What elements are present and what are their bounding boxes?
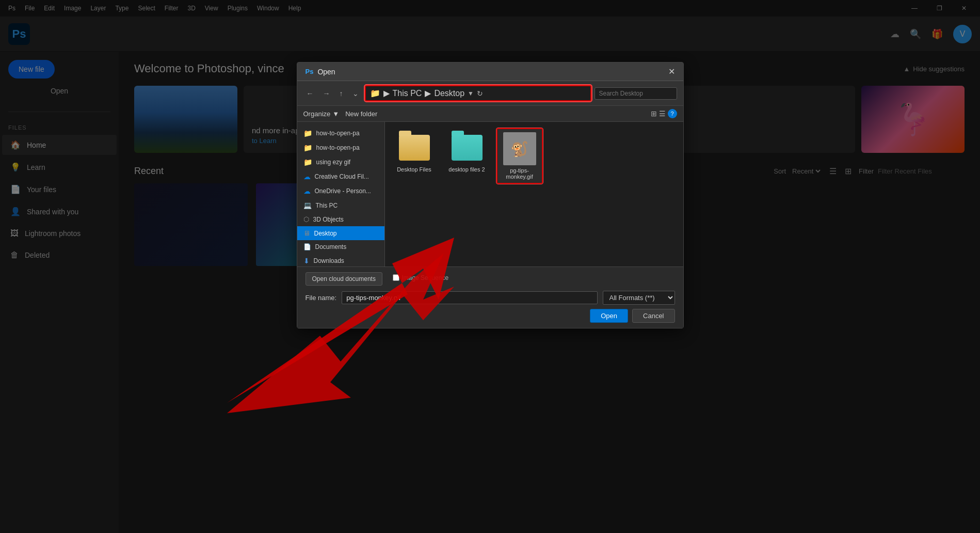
ds-item-3dobjects[interactable]: ⬡ 3D Objects	[297, 212, 384, 226]
image-sequence-label: Image Sequence	[401, 274, 448, 281]
nav-refresh-button[interactable]: ↻	[477, 89, 483, 98]
dialog-title-left: Ps Open	[306, 68, 335, 76]
open-dialog: Ps Open ✕ ← → ↑ ⌄ 📁 ▶ This PC ▶ Desktop …	[297, 62, 684, 328]
creative-cloud-icon: ☁	[303, 173, 311, 181]
dialog-titlebar: Ps Open ✕	[297, 62, 683, 81]
open-file-button[interactable]: Open	[590, 309, 628, 323]
ds-item-documents[interactable]: 📄 Documents	[297, 240, 384, 254]
ds-label-onedrive: OneDrive - Person...	[315, 187, 371, 195]
organize-chevron-icon: ▼	[332, 110, 339, 118]
view-list-button[interactable]: ☰	[659, 109, 666, 118]
footer-buttons: Open Cancel	[306, 309, 675, 323]
nav-desktop: Desktop	[434, 89, 464, 98]
ds-item-thispc[interactable]: 💻 This PC	[297, 198, 384, 212]
ds-label-cc: Creative Cloud Fil...	[315, 173, 369, 180]
file-name-input[interactable]	[342, 291, 597, 304]
thispc-icon: 💻	[303, 201, 312, 209]
ds-label-desktop: Desktop	[314, 230, 337, 237]
view-large-icons-button[interactable]: ⊞	[651, 109, 657, 118]
3dobjects-icon: ⬡	[303, 215, 309, 223]
file-name-label: File name:	[306, 294, 337, 302]
desktop-icon: 🖥	[303, 229, 310, 237]
file-name-row: File name: All Formats (**)	[306, 291, 675, 305]
ds-label-documents: Documents	[315, 243, 347, 250]
onedrive-icon: ☁	[303, 187, 311, 195]
ds-label-downloads: Downloads	[314, 257, 344, 264]
teal-folder-icon	[452, 135, 483, 161]
file-item-monkey-gif[interactable]: 🐒 pg-tips-monkey.gif	[496, 128, 543, 184]
cancel-button[interactable]: Cancel	[632, 309, 674, 323]
dialog-ps-icon: Ps	[306, 68, 314, 75]
file-item-desktop-files[interactable]: Desktop Files	[391, 128, 438, 176]
new-folder-button[interactable]: New folder	[345, 110, 377, 118]
file-thumb-monkey-gif: 🐒	[503, 132, 536, 165]
downloads-icon: ⬇	[303, 257, 310, 265]
dialog-body: 📁 how-to-open-pa 📁 how-to-open-pa 📁 usin…	[297, 122, 683, 266]
open-cloud-row: Open cloud documents Image Sequence	[306, 272, 675, 286]
file-item-desktop-files-2[interactable]: desktop files 2	[444, 128, 490, 176]
dialog-footer: Open cloud documents Image Sequence File…	[297, 266, 683, 328]
nav-this-pc: This PC	[393, 89, 422, 98]
file-name-desktop-files: Desktop Files	[397, 166, 431, 173]
ds-item-ezygif[interactable]: 📁 using ezy gif	[297, 155, 384, 169]
nav-path-dropdown-icon[interactable]: ▼	[468, 90, 474, 97]
folder-icon-1: 📁	[303, 129, 312, 137]
ds-item-downloads[interactable]: ⬇ Downloads	[297, 254, 384, 266]
documents-icon: 📄	[303, 243, 311, 250]
file-name-monkey-gif: pg-tips-monkey.gif	[501, 167, 539, 180]
image-sequence-checkbox[interactable]	[393, 274, 399, 281]
ds-label-howto2: how-to-open-pa	[316, 144, 360, 151]
ds-item-howto2[interactable]: 📁 how-to-open-pa	[297, 140, 384, 155]
dialog-files: Desktop Files desktop files 2 🐒 pg-tips-…	[385, 122, 683, 266]
nav-path-box[interactable]: 📁 ▶ This PC ▶ Desktop ▼ ↻	[365, 85, 591, 101]
format-dropdown[interactable]: All Formats (**)	[603, 291, 675, 305]
ds-label-3dobjects: 3D Objects	[313, 216, 344, 223]
ds-item-howto1[interactable]: 📁 how-to-open-pa	[297, 126, 384, 140]
file-thumb-desktop-files	[398, 131, 431, 164]
ds-item-desktop[interactable]: 🖥 Desktop	[297, 226, 384, 240]
nav-back-button[interactable]: ←	[303, 88, 317, 99]
monkey-gif-preview: 🐒	[503, 132, 536, 165]
dialog-sidebar: 📁 how-to-open-pa 📁 how-to-open-pa 📁 usin…	[297, 122, 385, 266]
nav-up-button[interactable]: ↑	[336, 88, 346, 99]
toolbar-view-icons: ⊞ ☰ ?	[651, 109, 677, 118]
nav-path-text: ▶	[383, 88, 390, 98]
organize-button[interactable]: Organize ▼	[303, 110, 340, 118]
folder-icon-2: 📁	[303, 144, 312, 152]
nav-search-input[interactable]	[595, 87, 677, 100]
organize-label: Organize	[303, 110, 331, 118]
dialog-toolbar: Organize ▼ New folder ⊞ ☰ ?	[297, 106, 683, 122]
nav-down-button[interactable]: ⌄	[349, 88, 362, 99]
nav-separator: ▶	[425, 88, 431, 98]
ds-item-onedrive[interactable]: ☁ OneDrive - Person...	[297, 184, 384, 198]
nav-folder-icon: 📁	[370, 88, 380, 98]
ds-label-howto1: how-to-open-pa	[316, 130, 360, 137]
folder-icon-3: 📁	[303, 158, 312, 166]
desktop-folder-icon	[399, 135, 430, 161]
dialog-title-text: Open	[317, 68, 335, 76]
dialog-overlay: Ps Open ✕ ← → ↑ ⌄ 📁 ▶ This PC ▶ Desktop …	[0, 0, 980, 533]
dialog-close-button[interactable]: ✕	[668, 67, 675, 76]
help-button[interactable]: ?	[668, 109, 677, 118]
nav-forward-button[interactable]: →	[320, 88, 333, 99]
ds-label-ezygif: using ezy gif	[316, 159, 351, 166]
ds-item-creative-cloud[interactable]: ☁ Creative Cloud Fil...	[297, 169, 384, 184]
image-sequence-row: Image Sequence	[393, 274, 448, 281]
open-cloud-button[interactable]: Open cloud documents	[306, 272, 382, 286]
ds-label-thispc: This PC	[316, 202, 338, 209]
file-thumb-desktop-files-2	[451, 131, 484, 164]
file-name-desktop-files-2: desktop files 2	[448, 166, 485, 173]
dialog-nav: ← → ↑ ⌄ 📁 ▶ This PC ▶ Desktop ▼ ↻	[297, 81, 683, 106]
